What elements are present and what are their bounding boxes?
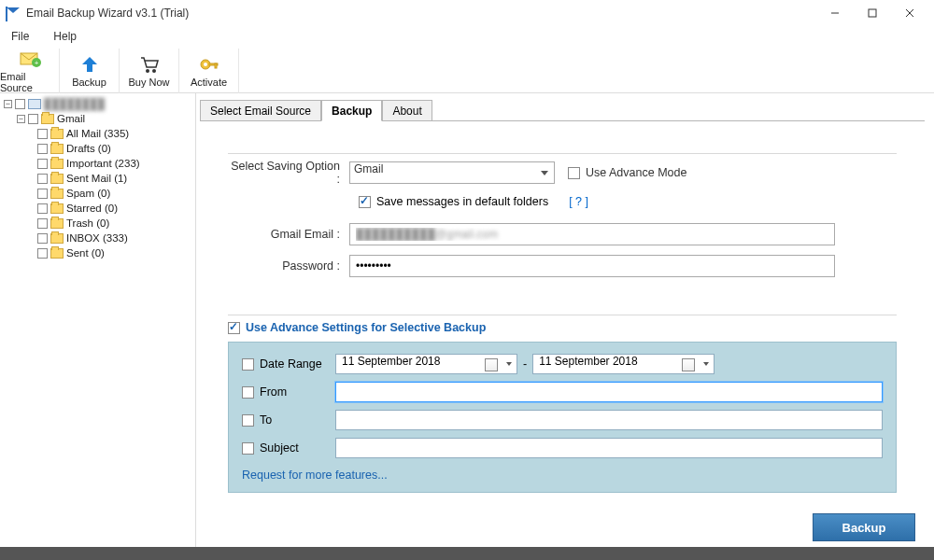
tree-checkbox[interactable] <box>37 189 48 199</box>
chevron-down-icon <box>703 362 709 366</box>
from-label: From <box>260 385 287 399</box>
tool-activate[interactable]: Activate <box>179 49 239 93</box>
tool-backup[interactable]: Backup <box>60 49 120 93</box>
titlebar: Email Backup Wizard v3.1 (Trial) <box>0 0 934 26</box>
tab-bar: Select Email Source Backup About <box>200 99 925 121</box>
tree-folder[interactable]: Important (233) <box>0 156 195 171</box>
tree-checkbox[interactable] <box>37 218 48 229</box>
from-input[interactable] <box>335 382 883 402</box>
date-dash: - <box>523 357 527 371</box>
email-label: Gmail Email : <box>228 228 349 241</box>
folder-icon <box>50 129 64 139</box>
tree-folder[interactable]: Starred (0) <box>0 201 195 216</box>
tree-folder[interactable]: All Mail (335) <box>0 126 195 141</box>
tree-root[interactable]: − ████████ <box>0 96 195 111</box>
key-icon <box>198 54 220 75</box>
to-checkbox[interactable] <box>242 414 254 427</box>
expander-icon[interactable]: − <box>4 100 12 108</box>
app-icon <box>6 6 21 21</box>
tree-folder[interactable]: Sent Mail (1) <box>0 171 195 186</box>
menubar: File Help <box>0 26 934 47</box>
folder-icon <box>50 144 64 154</box>
subject-input[interactable] <box>335 438 883 458</box>
app-title: Email Backup Wizard v3.1 (Trial) <box>26 7 189 20</box>
advance-mode-label: Use Advance Mode <box>586 166 686 179</box>
tool-activate-label: Activate <box>191 77 227 88</box>
saving-option-select[interactable]: Gmail <box>349 161 555 184</box>
tree-folder-label: Spam (0) <box>66 188 110 199</box>
tree-checkbox[interactable] <box>37 233 48 244</box>
tree-folder-label: Drafts (0) <box>66 143 111 154</box>
email-source-icon: + <box>19 49 41 69</box>
save-default-label: Save messages in default folders <box>376 195 548 208</box>
backup-button[interactable]: Backup <box>813 513 915 541</box>
date-range-checkbox[interactable] <box>242 358 254 371</box>
expander-icon[interactable]: − <box>17 115 25 123</box>
tree-checkbox[interactable] <box>28 114 38 124</box>
statusbar <box>0 547 934 560</box>
advance-settings-checkbox[interactable] <box>228 322 240 334</box>
tree-folder-label: INBOX (333) <box>66 232 128 244</box>
tool-backup-label: Backup <box>72 77 106 88</box>
password-label: Password : <box>228 259 349 273</box>
toolbar: + Email Source Backup Buy Now Activate <box>0 47 934 93</box>
tree-folder[interactable]: Trash (0) <box>0 216 195 231</box>
svg-rect-1 <box>869 9 876 17</box>
tree-folder[interactable]: Spam (0) <box>0 186 195 201</box>
tree-checkbox[interactable] <box>37 129 48 139</box>
folder-tree: − ████████ − Gmail All Mail (335)Drafts … <box>0 93 196 547</box>
backup-icon <box>78 54 101 75</box>
tree-checkbox[interactable] <box>37 144 48 154</box>
date-to-input[interactable]: 11 September 2018 <box>532 354 715 374</box>
tab-about[interactable]: About <box>382 100 432 121</box>
to-input[interactable] <box>335 410 883 430</box>
account-icon <box>28 99 41 109</box>
svg-rect-13 <box>215 63 217 68</box>
tab-select-source[interactable]: Select Email Source <box>200 100 321 121</box>
tool-email-source-label: Email Source <box>0 71 59 93</box>
tree-folder-label: All Mail (335) <box>66 128 129 139</box>
advance-panel: Date Range 11 September 2018 - 11 Septem… <box>228 342 897 493</box>
tool-email-source[interactable]: + Email Source <box>0 49 60 93</box>
advance-settings-label: Use Advance Settings for Selective Backu… <box>246 321 486 334</box>
help-link[interactable]: [ ? ] <box>569 195 588 208</box>
tree-checkbox[interactable] <box>37 159 48 169</box>
svg-marker-7 <box>82 57 97 72</box>
menu-file[interactable]: File <box>6 28 35 45</box>
date-from-input[interactable]: 11 September 2018 <box>335 354 517 374</box>
tree-folder-label: Important (233) <box>66 158 140 169</box>
tree-gmail[interactable]: − Gmail <box>0 111 195 126</box>
tree-root-label: ████████ <box>44 98 105 109</box>
date-range-label: Date Range <box>260 357 322 371</box>
tree-folder[interactable]: Drafts (0) <box>0 141 195 156</box>
request-features-link[interactable]: Request for more features... <box>242 469 388 482</box>
folder-icon <box>50 174 64 184</box>
tree-checkbox[interactable] <box>37 174 48 184</box>
tree-folder[interactable]: Sent (0) <box>0 245 195 260</box>
folder-icon <box>41 114 54 124</box>
tool-buy-now[interactable]: Buy Now <box>120 49 179 93</box>
tree-checkbox[interactable] <box>15 99 25 109</box>
tree-checkbox[interactable] <box>37 203 48 214</box>
tree-folder[interactable]: INBOX (333) <box>0 231 195 245</box>
subject-label: Subject <box>260 441 299 455</box>
close-button[interactable] <box>891 2 928 24</box>
svg-point-11 <box>204 63 207 66</box>
maximize-button[interactable] <box>854 2 891 24</box>
menu-help[interactable]: Help <box>48 28 82 45</box>
password-input[interactable] <box>349 255 835 277</box>
subject-checkbox[interactable] <box>242 442 254 455</box>
save-default-checkbox[interactable] <box>359 196 371 208</box>
svg-point-8 <box>146 69 149 73</box>
tree-checkbox[interactable] <box>37 248 48 259</box>
folder-icon <box>50 159 64 169</box>
tab-backup[interactable]: Backup <box>321 100 382 121</box>
saving-option-value: Gmail <box>354 162 383 175</box>
from-checkbox[interactable] <box>242 386 254 399</box>
tree-folder-label: Sent Mail (1) <box>66 173 127 184</box>
folder-icon <box>50 218 64 229</box>
advance-mode-checkbox[interactable] <box>568 167 580 179</box>
minimize-button[interactable] <box>816 2 854 24</box>
email-input[interactable] <box>349 223 835 245</box>
folder-icon <box>50 203 64 214</box>
